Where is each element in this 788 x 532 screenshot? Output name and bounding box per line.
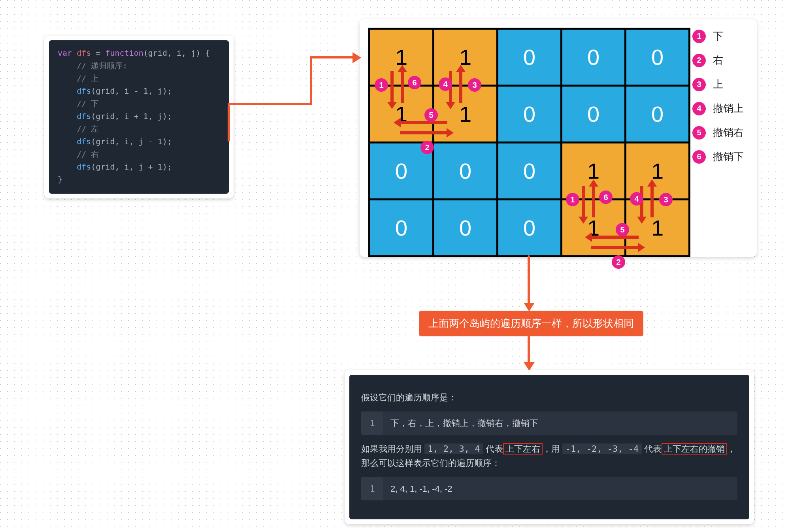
code-line: 1 2, 4, 1, -1, -4, -2 bbox=[361, 477, 737, 500]
code-block: var dfs = function(grid, i, j) { // 递归顺序… bbox=[49, 40, 229, 194]
code-token: dfs bbox=[58, 86, 91, 96]
step-badge: 1 bbox=[566, 193, 579, 206]
code-token: (grid, i, j - 1); bbox=[91, 137, 172, 146]
flow-arrow-icon bbox=[310, 56, 354, 58]
legend-item: 1下 bbox=[692, 29, 744, 43]
legend-badge: 6 bbox=[692, 150, 706, 164]
cell: 1 bbox=[434, 29, 498, 86]
flow-arrow-icon bbox=[310, 56, 312, 105]
legend-label: 上 bbox=[713, 77, 723, 91]
arrow-left-icon bbox=[591, 236, 639, 239]
legend-label: 撤销下 bbox=[713, 150, 744, 164]
legend: 1下 2右 3上 4撤销上 5撤销右 6撤销下 bbox=[692, 29, 744, 174]
explanation-card: 假设它们的遍历顺序是： 1 下，右，上，撤销上，撤销右，撤销下 如果我用分别用 … bbox=[345, 370, 754, 524]
arrow-up-icon bbox=[459, 71, 462, 103]
step-badge: 4 bbox=[630, 192, 643, 206]
callout-same-shape: 上面两个岛屿的遍历顺序一样，所以形状相同 bbox=[419, 311, 643, 336]
arrow-up-icon bbox=[650, 186, 654, 217]
legend-item: 5撤销右 bbox=[692, 126, 744, 140]
para-intro: 假设它们的遍历顺序是： bbox=[361, 391, 737, 404]
inline-code: -1, -2, -3, -4 bbox=[562, 443, 642, 454]
line-number: 1 bbox=[361, 477, 383, 500]
grid-wrap: 1 1 0 0 0 1 1 0 0 0 0 0 0 1 1 0 bbox=[368, 28, 690, 257]
code-token: dfs bbox=[58, 137, 91, 146]
cell: 0 bbox=[562, 86, 626, 143]
legend-badge: 2 bbox=[692, 54, 706, 67]
flow-arrow-icon bbox=[228, 103, 312, 105]
code-token: dfs bbox=[58, 162, 91, 172]
step-badge: 3 bbox=[659, 193, 673, 206]
code-token: function bbox=[105, 48, 143, 58]
step-badge: 4 bbox=[439, 77, 452, 91]
code-card-dfs: var dfs = function(grid, i, j) { // 递归顺序… bbox=[44, 36, 234, 198]
code-token: (grid, i - 1, j); bbox=[91, 86, 172, 96]
legend-item: 6撤销下 bbox=[692, 150, 744, 164]
code-comment: // 右 bbox=[58, 149, 99, 159]
legend-badge: 3 bbox=[692, 78, 706, 91]
cell: 1 bbox=[626, 143, 690, 200]
cell: 0 bbox=[498, 29, 562, 86]
arrow-right-icon bbox=[591, 246, 639, 249]
legend-item: 4撤销上 bbox=[692, 102, 744, 115]
highlight-box: 上下左右的撤销 bbox=[662, 443, 727, 455]
line-content: 下，右，上，撤销上，撤销右，撤销下 bbox=[383, 411, 545, 435]
code-token: } bbox=[58, 175, 62, 184]
cell: 0 bbox=[498, 143, 562, 200]
arrow-left-icon bbox=[400, 121, 447, 124]
inline-code: 1, 2, 3, 4 bbox=[424, 443, 483, 454]
code-comment: // 下 bbox=[58, 99, 99, 108]
legend-label: 右 bbox=[713, 53, 723, 67]
cell: 0 bbox=[434, 200, 498, 257]
legend-badge: 5 bbox=[692, 126, 706, 140]
step-badge: 2 bbox=[612, 255, 625, 269]
cell: 0 bbox=[562, 29, 626, 86]
flow-arrow-icon bbox=[528, 336, 530, 364]
arrow-right-icon bbox=[400, 131, 447, 134]
arrow-up-icon bbox=[592, 186, 595, 217]
legend-badge: 4 bbox=[692, 102, 706, 115]
legend-badge: 1 bbox=[692, 30, 706, 43]
step-badge: 6 bbox=[408, 76, 421, 89]
code-comment: // 左 bbox=[58, 124, 99, 134]
step-badge: 6 bbox=[599, 191, 613, 204]
para-mapping: 如果我用分别用 1, 2, 3, 4 代表上下左右，用 -1, -2, -3, … bbox=[361, 442, 737, 470]
cell: 0 bbox=[498, 86, 562, 143]
cell: 0 bbox=[498, 200, 562, 257]
cell: 0 bbox=[626, 29, 690, 86]
legend-label: 下 bbox=[713, 29, 723, 43]
line-content: 2, 4, 1, -1, -4, -2 bbox=[383, 477, 460, 500]
cell: 0 bbox=[626, 86, 690, 143]
code-token: (grid, i, j + 1); bbox=[91, 162, 172, 172]
step-badge: 1 bbox=[375, 78, 388, 92]
cell: 0 bbox=[369, 200, 434, 257]
code-token: var bbox=[58, 48, 72, 58]
code-comment: // 递归顺序: bbox=[58, 61, 127, 70]
code-token: (grid, i + 1, j); bbox=[91, 111, 172, 121]
code-token: dfs bbox=[77, 48, 91, 58]
line-number: 1 bbox=[361, 411, 383, 435]
legend-label: 撤销右 bbox=[713, 126, 744, 140]
code-token: (grid, i, j) { bbox=[143, 48, 210, 58]
arrow-up-icon bbox=[401, 71, 404, 103]
flow-arrow-icon bbox=[528, 255, 530, 304]
cell: 0 bbox=[434, 143, 498, 200]
grid-diagram-card: 1 1 0 0 0 1 1 0 0 0 0 0 0 1 1 0 bbox=[360, 19, 757, 257]
step-badge: 3 bbox=[468, 78, 481, 92]
step-badge: 5 bbox=[616, 223, 629, 236]
legend-item: 3上 bbox=[692, 77, 744, 91]
step-badge: 2 bbox=[420, 141, 434, 154]
flow-arrow-icon bbox=[228, 105, 230, 141]
arrow-down-icon bbox=[582, 186, 585, 217]
explanation-body: 假设它们的遍历顺序是： 1 下，右，上，撤销上，撤销右，撤销下 如果我用分别用 … bbox=[349, 375, 749, 519]
step-badge: 5 bbox=[424, 108, 438, 122]
legend-label: 撤销上 bbox=[713, 102, 744, 115]
arrow-down-icon bbox=[390, 71, 394, 103]
callout-text: 上面两个岛屿的遍历顺序一样，所以形状相同 bbox=[428, 317, 634, 329]
legend-item: 2右 bbox=[692, 53, 744, 67]
code-token: dfs bbox=[58, 111, 91, 121]
code-line: 1 下，右，上，撤销上，撤销右，撤销下 bbox=[361, 411, 737, 435]
highlight-box: 上下左右 bbox=[503, 443, 543, 455]
code-comment: // 上 bbox=[58, 74, 99, 83]
